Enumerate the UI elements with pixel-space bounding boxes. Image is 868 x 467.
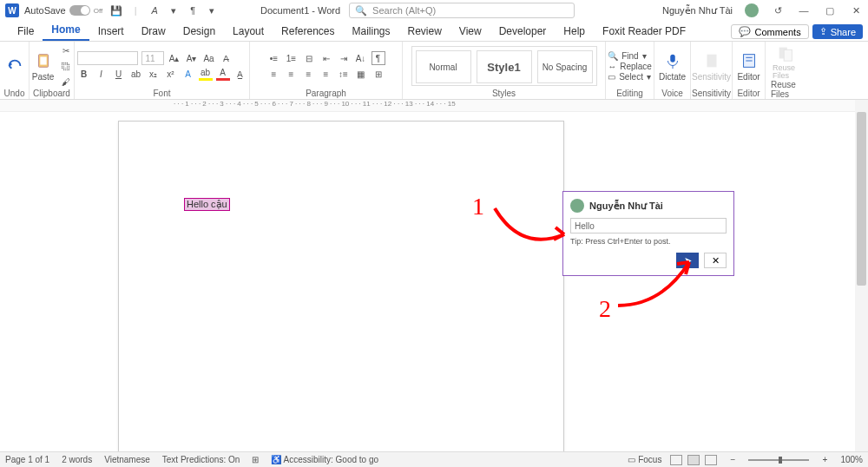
tab-file[interactable]: File — [9, 22, 43, 41]
tab-home[interactable]: Home — [43, 20, 89, 41]
tab-foxit[interactable]: Foxit Reader PDF — [594, 22, 694, 41]
tab-design[interactable]: Design — [174, 22, 224, 41]
shading-icon[interactable]: ▦ — [354, 67, 368, 81]
vertical-scrollbar[interactable] — [855, 100, 868, 451]
document-page[interactable]: Hello cậu — [118, 121, 564, 451]
shrink-font-icon[interactable]: A▾ — [185, 51, 199, 65]
tab-review[interactable]: Review — [399, 22, 450, 41]
autosave-toggle[interactable] — [69, 5, 90, 16]
style-style1[interactable]: Style1 — [477, 50, 532, 83]
status-words[interactable]: 2 words — [62, 455, 92, 464]
view-read-icon[interactable] — [670, 455, 682, 465]
comment-icon: 💬 — [739, 26, 751, 37]
qat-sep: | — [128, 3, 142, 17]
font-qat-icon[interactable]: A — [148, 3, 161, 17]
undo-button[interactable] — [3, 56, 26, 76]
paragraph-qat-icon[interactable]: ¶ — [186, 3, 200, 17]
zoom-in-icon[interactable]: + — [818, 453, 832, 467]
horizontal-ruler[interactable]: · · · 1 · · · 2 · · · 3 · · · 4 · · · 5 … — [0, 100, 868, 112]
font-color-icon[interactable]: A — [216, 67, 230, 81]
superscript-icon[interactable]: x² — [164, 67, 178, 81]
qat-dropdown-icon[interactable]: ▾ — [167, 3, 181, 17]
username[interactable]: Nguyễn Như Tài — [662, 5, 733, 16]
post-comment-button[interactable]: ➤ — [676, 253, 699, 268]
minimize-icon[interactable]: — — [797, 3, 811, 17]
status-display-settings-icon[interactable]: ⊞ — [252, 455, 259, 464]
tab-insert[interactable]: Insert — [89, 22, 133, 41]
editor-button[interactable]: Editor — [735, 51, 761, 82]
style-normal[interactable]: Normal — [416, 50, 471, 83]
grow-font-icon[interactable]: A▴ — [168, 51, 181, 65]
focus-mode-button[interactable]: ▭ Focus — [628, 455, 661, 464]
view-print-icon[interactable] — [687, 455, 700, 465]
cancel-comment-button[interactable]: ✕ — [704, 253, 727, 268]
line-spacing-icon[interactable]: ↕≡ — [337, 67, 351, 81]
svg-rect-1 — [40, 56, 46, 64]
view-web-icon[interactable] — [705, 455, 717, 465]
clear-format-icon[interactable]: A̶ — [220, 51, 233, 65]
tab-developer[interactable]: Developer — [490, 22, 556, 41]
zoom-out-icon[interactable]: − — [726, 453, 740, 467]
borders-icon[interactable]: ⊞ — [372, 67, 385, 81]
voice-group-label: Voice — [661, 89, 682, 99]
comments-button[interactable]: 💬Comments — [731, 24, 808, 39]
bullets-icon[interactable]: •≡ — [267, 51, 281, 65]
status-page[interactable]: Page 1 of 1 — [5, 455, 49, 464]
font-name-input[interactable] — [77, 51, 138, 65]
highlighted-text[interactable]: Hello cậu — [184, 198, 230, 211]
show-marks-icon[interactable]: ¶ — [372, 51, 385, 65]
status-accessibility[interactable]: ♿ Accessibility: Good to go — [271, 455, 378, 464]
reuse-files-button[interactable]: Reuse Files — [771, 43, 800, 80]
qat-customize-icon[interactable]: ▾ — [205, 3, 219, 17]
close-icon[interactable]: ✕ — [849, 3, 863, 17]
decrease-indent-icon[interactable]: ⇤ — [319, 51, 333, 65]
scrollbar-thumb[interactable] — [857, 112, 866, 286]
italic-icon[interactable]: I — [95, 67, 108, 81]
change-case-icon[interactable]: Aa — [202, 51, 216, 65]
text-effects-icon[interactable]: A — [181, 67, 195, 81]
justify-icon[interactable]: ≡ — [319, 67, 333, 81]
replace-button[interactable]: ↔Replace — [608, 62, 652, 71]
underline-icon[interactable]: U — [112, 67, 126, 81]
sensitivity-button[interactable]: Sensitivity — [690, 51, 733, 82]
bold-icon[interactable]: B — [77, 67, 91, 81]
multilevel-icon[interactable]: ⊟ — [302, 51, 316, 65]
align-right-icon[interactable]: ≡ — [302, 67, 316, 81]
align-left-icon[interactable]: ≡ — [267, 67, 281, 81]
sort-icon[interactable]: A↓ — [354, 51, 368, 65]
tab-references[interactable]: References — [273, 22, 343, 41]
tab-draw[interactable]: Draw — [133, 22, 174, 41]
increase-indent-icon[interactable]: ⇥ — [337, 51, 351, 65]
user-avatar[interactable] — [745, 3, 759, 17]
numbering-icon[interactable]: 1≡ — [285, 51, 299, 65]
subscript-icon[interactable]: x₂ — [147, 67, 161, 81]
tab-help[interactable]: Help — [555, 22, 594, 41]
select-button[interactable]: ▭Select ▾ — [608, 72, 652, 82]
status-language[interactable]: Vietnamese — [104, 455, 150, 464]
style-nospacing[interactable]: No Spacing — [537, 50, 593, 83]
cut-icon[interactable]: ✂ — [59, 43, 73, 57]
tab-layout[interactable]: Layout — [224, 22, 273, 41]
paste-button[interactable]: Paste — [30, 51, 56, 82]
maximize-icon[interactable]: ▢ — [823, 3, 837, 17]
format-painter-icon[interactable]: 🖌 — [59, 75, 73, 89]
save-icon[interactable]: 💾 — [109, 3, 123, 17]
tab-mailings[interactable]: Mailings — [343, 22, 398, 41]
char-border-icon[interactable]: A̲ — [233, 67, 247, 81]
align-center-icon[interactable]: ≡ — [285, 67, 299, 81]
copy-icon[interactable]: ⿻ — [59, 59, 73, 73]
dictate-button[interactable]: Dictate — [657, 51, 687, 82]
tab-view[interactable]: View — [450, 22, 490, 41]
search-box[interactable]: 🔍 Search (Alt+Q) — [349, 3, 575, 18]
coming-soon-icon[interactable]: ↺ — [771, 3, 785, 17]
chevron-down-icon: ▾ — [647, 72, 651, 82]
strike-icon[interactable]: ab — [129, 67, 143, 81]
status-predictions[interactable]: Text Predictions: On — [162, 455, 240, 464]
zoom-slider[interactable] — [748, 459, 809, 461]
find-button[interactable]: 🔍Find ▾ — [608, 51, 652, 61]
comment-input[interactable] — [570, 218, 727, 234]
share-button[interactable]: ⇪Share — [812, 24, 863, 39]
font-size-input[interactable]: 11 — [141, 51, 164, 65]
zoom-level[interactable]: 100% — [840, 455, 863, 464]
highlight-icon[interactable]: ab — [199, 67, 213, 81]
